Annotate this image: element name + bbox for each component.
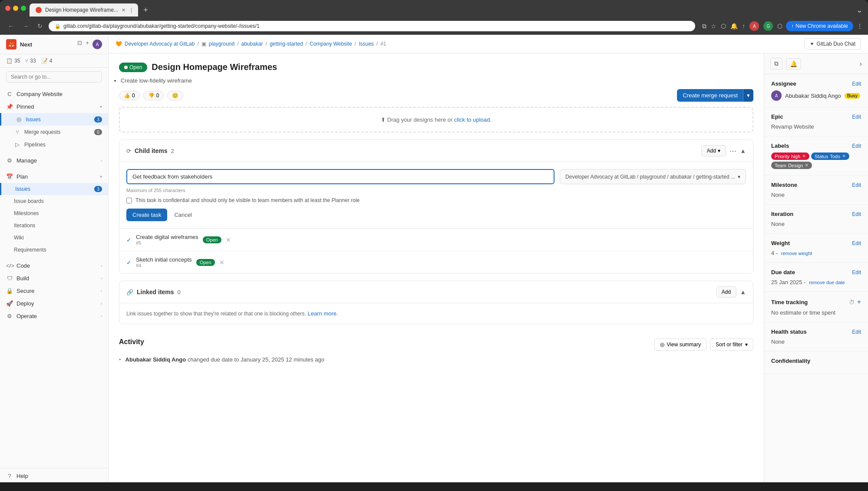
create-task-btn[interactable]: Create task <box>126 209 167 221</box>
create-mr-btn[interactable]: Create merge request ▾ <box>677 89 753 102</box>
child-items-more-btn[interactable]: ⋯ <box>729 147 736 155</box>
cancel-btn[interactable]: Cancel <box>171 209 195 221</box>
sidebar-item-build[interactable]: 🛡 Build › <box>0 272 108 285</box>
upload-area[interactable]: ⬆ Drag your designs here or click to upl… <box>119 107 753 133</box>
breadcrumb-issues[interactable]: Issues <box>359 41 374 47</box>
rs-label-team[interactable]: Team Design ✕ <box>771 162 812 169</box>
rs-expand-btn[interactable]: › <box>860 60 862 68</box>
breadcrumb-abubakar[interactable]: abubakar <box>241 41 263 47</box>
sidebar-item-issue-boards[interactable]: Issue boards <box>0 195 108 207</box>
active-browser-tab[interactable]: Design Homepage Wireframe... ✕ | <box>30 3 138 17</box>
sidebar-item-plan-issues[interactable]: Issues 3 <box>0 183 108 195</box>
child-item-2-remove-btn[interactable]: ✕ <box>219 259 224 266</box>
sidebar-item-code[interactable]: </> Code › <box>0 259 108 272</box>
sidebar-item-operate[interactable]: ⚙ Operate › <box>0 310 108 322</box>
sidebar-add-icon[interactable]: + <box>86 40 89 49</box>
tab-close-btn[interactable]: ✕ <box>122 7 125 13</box>
breadcrumb-advocacy[interactable]: Developer Advocacy at GitLab <box>125 41 195 47</box>
thumbs-up-btn[interactable]: 👍 0 <box>119 91 140 100</box>
linked-items-collapse-btn[interactable]: ▲ <box>740 289 746 295</box>
breadcrumb-playground[interactable]: playground <box>209 41 234 47</box>
rs-milestone-title: Milestone <box>771 182 797 188</box>
label-team-remove-btn[interactable]: ✕ <box>805 163 809 168</box>
task-title-input[interactable] <box>126 169 554 184</box>
fullscreen-dot[interactable] <box>21 6 26 11</box>
sidebar-item-merge-requests[interactable]: ⑂ Merge requests 0 <box>0 126 108 138</box>
sidebar-item-secure[interactable]: 🔒 Secure › <box>0 285 108 297</box>
rs-label-priority[interactable]: Priority high ✕ <box>771 153 809 160</box>
duo-chat-btn[interactable]: ✦ GitLab Duo Chat <box>804 38 861 50</box>
due-date-remove-link[interactable]: remove due date <box>809 280 845 285</box>
child-item-2-title[interactable]: Sketch initial concepts <box>136 256 192 263</box>
child-items-add-btn[interactable]: Add ▾ <box>701 145 726 156</box>
new-tab-btn[interactable]: + <box>140 4 152 17</box>
sort-filter-btn[interactable]: Sort or filter ▾ <box>710 338 753 351</box>
sidebar-item-wiki[interactable]: Wiki <box>0 232 108 244</box>
activity-section: Activity ◎ View summary Sort or filter ▾ <box>119 331 753 375</box>
sidebar-item-pinned[interactable]: 📌 Pinned ▾ <box>0 100 108 113</box>
linked-items-add-btn[interactable]: Add <box>716 286 736 298</box>
child-item-1-title[interactable]: Create digital wireframes <box>136 234 198 240</box>
project-select[interactable]: Developer Advocacy at GitLab / playgroun… <box>560 169 746 184</box>
user-avatar[interactable]: A <box>92 40 102 49</box>
rs-epic-edit-btn[interactable]: Edit <box>852 114 861 120</box>
weight-remove-link[interactable]: remove weight <box>781 251 812 256</box>
confidential-row: This task is confidential and should onl… <box>126 197 746 203</box>
sidebar-item-issues[interactable]: ◎ Issues 3 <box>0 113 108 126</box>
breadcrumb-sep4: / <box>306 41 307 47</box>
new-chrome-btn[interactable]: ↑ New Chrome available <box>786 21 853 31</box>
refresh-btn[interactable]: ↻ <box>35 22 45 30</box>
view-summary-btn[interactable]: ◎ View summary <box>654 338 706 351</box>
breadcrumb-company-website[interactable]: Company Website <box>310 41 352 47</box>
sidebar-item-pipelines[interactable]: ▷ Pipelines <box>0 138 108 151</box>
child-item-2-number: #4 <box>136 263 192 268</box>
sidebar-item-iterations[interactable]: Iterations <box>0 219 108 232</box>
sidebar-item-deploy[interactable]: 🚀 Deploy › <box>0 297 108 310</box>
child-items-collapse-btn[interactable]: ▲ <box>740 147 746 154</box>
status-badge: Open <box>119 63 147 72</box>
rs-labels-edit-btn[interactable]: Edit <box>852 143 861 149</box>
forward-btn[interactable]: → <box>20 22 31 30</box>
rs-iteration-title: Iteration <box>771 211 793 217</box>
sidebar-toggle-icon[interactable]: ⊡ <box>77 40 82 49</box>
rs-weight-section: Weight Edit 4 - remove weight <box>764 234 868 263</box>
rs-copy-btn[interactable]: ⧉ <box>770 58 782 70</box>
rs-notify-btn[interactable]: 🔔 <box>786 58 801 70</box>
sidebar-item-manage[interactable]: ⚙ Manage › <box>0 154 108 167</box>
search-input[interactable] <box>6 71 102 83</box>
rs-health-status-edit-btn[interactable]: Edit <box>852 329 861 335</box>
rs-iteration-header: Iteration Edit <box>771 211 861 217</box>
breadcrumb-getting-started[interactable]: getting-started <box>270 41 303 47</box>
confidential-checkbox[interactable] <box>126 198 132 203</box>
sidebar-item-requirements[interactable]: Requirements <box>0 244 108 256</box>
emoji-picker-btn[interactable]: 🙂 <box>167 91 183 100</box>
child-item-2-check-icon: ✓ <box>126 259 132 266</box>
learn-more-link[interactable]: Learn more. <box>307 310 338 317</box>
rs-time-clock-icon[interactable]: ⏱ <box>849 299 855 305</box>
rs-iteration-edit-btn[interactable]: Edit <box>852 211 861 217</box>
sidebar-item-milestones[interactable]: Milestones <box>0 207 108 219</box>
create-mr-dropdown-icon[interactable]: ▾ <box>743 89 753 102</box>
sidebar-item-plan[interactable]: 📅 Plan ▾ <box>0 170 108 183</box>
browser-menu-btn[interactable]: ⌄ <box>856 5 863 15</box>
label-priority-remove-btn[interactable]: ✕ <box>802 153 806 159</box>
rs-epic-title: Epic <box>771 113 783 120</box>
milestones-label: Milestones <box>14 210 39 216</box>
rs-weight-edit-btn[interactable]: Edit <box>852 240 861 246</box>
rs-time-add-icon[interactable]: + <box>857 298 861 306</box>
rs-label-status[interactable]: Status Todo ✕ <box>811 153 849 160</box>
label-status-remove-btn[interactable]: ✕ <box>842 153 846 159</box>
child-item-1-remove-btn[interactable]: ✕ <box>226 236 231 243</box>
close-dot[interactable] <box>5 6 10 11</box>
upload-link[interactable]: click to upload. <box>454 116 492 123</box>
rs-milestone-edit-btn[interactable]: Edit <box>852 182 861 188</box>
sidebar-item-help[interactable]: ? Help <box>0 468 108 482</box>
thumbs-down-btn[interactable]: 👎 0 <box>143 91 164 100</box>
back-btn[interactable]: ← <box>5 22 17 30</box>
child-item-1: ✓ Create digital wireframes #5 Open ✕ <box>119 229 753 251</box>
address-bar[interactable]: 🔒 gitlab.com/gitlab-da/playground/abubak… <box>49 21 695 31</box>
rs-due-date-edit-btn[interactable]: Edit <box>852 269 861 275</box>
rs-assignee-edit-btn[interactable]: Edit <box>852 81 861 87</box>
breadcrumb-sep1: / <box>197 41 198 47</box>
minimize-dot[interactable] <box>13 6 18 11</box>
